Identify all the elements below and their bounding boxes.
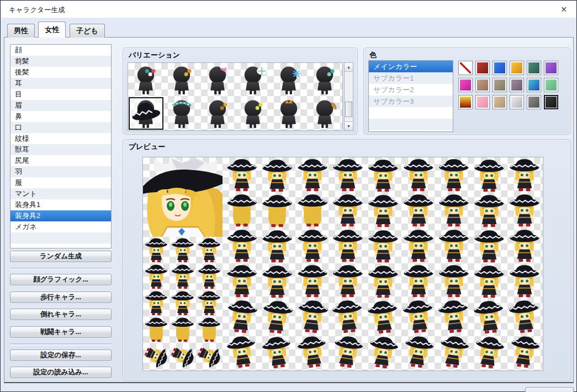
color-panel: 色 メインカラー サブカラー1 サブカラー2 サブカラー3 — [363, 47, 571, 135]
parts-list-item[interactable]: 目 — [10, 89, 111, 100]
color-swatch-pink[interactable] — [475, 95, 490, 109]
color-swatch-gold[interactable] — [510, 61, 524, 75]
color-swatch-teal[interactable] — [527, 61, 541, 75]
variation-item-witch-hat[interactable] — [128, 97, 164, 130]
preview-content — [142, 157, 543, 371]
parts-list-item[interactable]: 紋様 — [10, 133, 111, 144]
variation-item-striped-headband[interactable] — [164, 97, 200, 130]
save-settings-button[interactable]: 設定の保存... — [10, 349, 112, 361]
parts-list-item[interactable]: 鼻 — [10, 111, 111, 122]
color-swatch-none[interactable] — [458, 61, 473, 75]
variation-item-snowflake[interactable] — [271, 63, 307, 97]
variation-item-feather-pin[interactable] — [306, 97, 342, 130]
variation-item-teal-hairpin[interactable] — [306, 63, 342, 97]
variation-item-flower-cluster[interactable] — [128, 63, 164, 97]
parts-list-item[interactable]: 獣耳 — [10, 144, 111, 155]
tab-male[interactable]: 男性 — [7, 24, 35, 38]
preview-title: プレビュー — [129, 142, 165, 152]
variation-item-gold-curl[interactable] — [199, 97, 235, 130]
color-swatch-blue[interactable] — [493, 61, 507, 75]
parts-list-item[interactable]: メガネ — [10, 221, 111, 232]
color-channel-filler — [369, 107, 453, 119]
walk-character-button[interactable]: 歩行キャラ... — [10, 292, 112, 303]
color-channel-sub2[interactable]: サブカラー2 — [369, 84, 453, 96]
parts-list-item[interactable]: 顔 — [10, 45, 111, 56]
tab-female[interactable]: 女性 — [38, 22, 66, 38]
divider — [10, 343, 112, 346]
color-swatch-grid — [458, 61, 558, 109]
color-swatch-purple[interactable] — [544, 61, 558, 75]
face-graphic-button[interactable]: 顔グラフィック... — [10, 274, 112, 285]
color-title: 色 — [369, 50, 377, 60]
variation-item-yellow-flowers[interactable] — [235, 97, 271, 130]
variation-item-mini-crown[interactable] — [271, 97, 307, 130]
scroll-down-icon[interactable]: ▼ — [345, 121, 353, 130]
color-channel-filler — [369, 119, 453, 130]
parts-list-item[interactable]: 前髪 — [10, 56, 111, 67]
parts-list-item[interactable]: 耳 — [10, 78, 111, 89]
color-channel-filler — [369, 130, 453, 132]
color-swatch-rosy-brown[interactable] — [475, 78, 490, 92]
parts-list-item[interactable]: 尻尾 — [10, 155, 111, 166]
tab-page: 顔 前髪 後髪 耳 目 眉 鼻 口 紋様 獣耳 尻尾 羽 服 マント 装身具1 … — [4, 37, 574, 383]
color-channel-sub1[interactable]: サブカラー1 — [369, 72, 453, 84]
color-swatch-khaki-gray[interactable] — [493, 78, 507, 92]
preview-panel: プレビュー — [123, 139, 571, 381]
color-swatch-beige[interactable] — [493, 95, 507, 109]
parts-list-item[interactable]: マント — [10, 188, 111, 199]
face-portrait — [143, 157, 223, 237]
color-swatch-dark-red[interactable] — [475, 61, 490, 75]
color-swatch-fire[interactable] — [458, 95, 473, 109]
color-swatch-silver[interactable] — [510, 95, 524, 109]
title-bar: キャラクター生成 ✕ — [1, 1, 576, 18]
color-channel-main[interactable]: メインカラー — [369, 61, 453, 72]
color-swatch-mint-green[interactable] — [544, 78, 558, 92]
parts-list-filler — [10, 243, 111, 248]
close-icon[interactable]: ✕ — [556, 3, 571, 15]
color-channel-list: メインカラー サブカラー1 サブカラー2 サブカラー3 — [368, 60, 453, 132]
color-swatch-black[interactable] — [544, 95, 558, 109]
parts-list-item[interactable]: 眉 — [10, 100, 111, 111]
parts-list: 顔 前髪 後髪 耳 目 眉 鼻 口 紋様 獣耳 尻尾 羽 服 マント 装身具1 … — [10, 44, 112, 248]
partial-button-bottom-right[interactable] — [525, 387, 574, 392]
variation-title: バリエーション — [129, 50, 180, 60]
load-settings-button[interactable]: 設定の読み込み... — [10, 367, 112, 378]
parts-list-item[interactable]: 服 — [10, 177, 111, 188]
parts-list-item[interactable]: 後髪 — [10, 67, 111, 78]
parts-list-item-selected[interactable]: 装身具2 — [10, 210, 111, 221]
tab-child[interactable]: 子ども — [70, 24, 105, 38]
variation-item-ribbon-bow[interactable] — [199, 63, 235, 97]
variation-item-hairpins[interactable] — [164, 63, 200, 97]
parts-list-item[interactable]: 口 — [10, 122, 111, 133]
variation-item-lily-flower[interactable] — [235, 63, 271, 97]
gender-tabs: 男性 女性 子ども — [7, 22, 106, 37]
scroll-up-icon[interactable]: ▲ — [345, 63, 353, 72]
divider — [10, 268, 112, 270]
parts-list-item[interactable]: 装身具1 — [10, 199, 111, 210]
color-swatch-cyan-blue[interactable] — [527, 78, 541, 92]
color-swatch-dark-gray[interactable] — [527, 95, 541, 109]
window-title: キャラクター生成 — [9, 6, 65, 15]
color-swatch-mauve[interactable] — [510, 78, 524, 92]
variation-grid — [128, 62, 343, 131]
variation-scrollbar-thumb[interactable] — [345, 102, 352, 117]
character-generator-dialog: キャラクター生成 ✕ 男性 女性 子ども 顔 前髪 後髪 耳 目 眉 鼻 口 紋… — [0, 0, 577, 392]
color-swatch-magenta[interactable] — [458, 78, 473, 92]
variation-panel: バリエーション ▲ ▼ — [123, 47, 358, 135]
variation-scrollbar[interactable]: ▲ ▼ — [344, 62, 353, 131]
down-character-button[interactable]: 倒れキャラ... — [10, 309, 112, 320]
parts-list-filler — [10, 232, 111, 243]
random-generate-button[interactable]: ランダム生成 — [10, 251, 112, 262]
battle-character-button[interactable]: 戦闘キャラ... — [10, 326, 112, 338]
color-channel-sub3[interactable]: サブカラー3 — [369, 96, 453, 107]
parts-list-item[interactable]: 羽 — [10, 166, 111, 177]
